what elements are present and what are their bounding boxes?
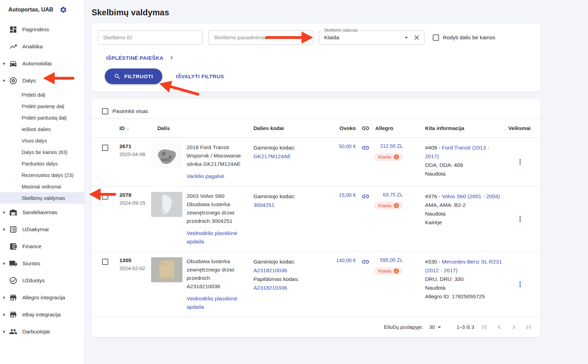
additional-code-link[interactable]: A2318210336 (253, 283, 331, 292)
sidebar-item-sandeliavimas[interactable]: Sandėliavimas (0, 204, 84, 221)
sidebar-subitem-masiniai-veiksmai[interactable]: Masiniai veiksmai (0, 181, 84, 192)
link-icon[interactable] (361, 258, 370, 266)
sidebar-subitem-prideti-dali[interactable]: Pridėti dalį (0, 89, 84, 100)
sidebar-item-finance[interactable]: Finance (0, 238, 84, 255)
rows-per-page-select[interactable]: 30 (429, 324, 443, 330)
allegro-price: 212,50 ZL (373, 143, 403, 149)
sidebar-item-label: Sandėliavimas (22, 209, 57, 216)
row-date: 2024-02-02 (119, 266, 146, 271)
expand-caret-icon (3, 330, 9, 333)
checkbox-unchecked-icon[interactable] (433, 34, 439, 41)
advanced-search-link[interactable]: IŠPLĖSTINĖ PAIEŠKA (106, 54, 175, 61)
info-line: DDA, DDA: 409 (425, 161, 503, 169)
column-header-id[interactable]: ID ↓ (114, 125, 146, 131)
status-badge-klaida[interactable]: Klaida (374, 153, 403, 161)
part-category-link[interactable]: Veidrodėlio plastikinė apdaila (187, 294, 242, 311)
sidebar-subitem-skelbimu-valdymas[interactable]: Skelbimų valdymas (0, 192, 84, 204)
sidebar-subitem-rezervuotos-dalys[interactable]: Rezervuotos dalys (23) (0, 169, 84, 181)
part-title: 2018 Ford Transit Wspornik / Mocowanie s… (187, 143, 242, 168)
part-thumbnail[interactable] (151, 257, 182, 282)
info-line: Allegro ID: 17825055725 (425, 292, 503, 301)
check-circle-icon (9, 276, 17, 285)
wallet-icon (9, 242, 17, 251)
sidebar-item-label: Allegro integracija (22, 294, 65, 301)
clear-filters-button[interactable]: IŠVALYTI FILTRUS (176, 73, 224, 79)
sidebar-item-label: Automobiliai (22, 60, 52, 67)
manufacturer-code-link[interactable]: A2318210036 (253, 266, 331, 275)
manufacturer-code-link[interactable]: GK217M124AE (253, 152, 331, 161)
sidebar-subitem-prideti-paviene-dali[interactable]: Pridėti pavienę dalį (0, 100, 84, 112)
advanced-search-label: IŠPLĖSTINĖ PAIEŠKA (106, 55, 163, 61)
table-row: 2078 2024-09-15 2003 Volvo S60 Obudowa l… (92, 186, 540, 252)
filters-panel: Skelbimo statusas Klaida Rodyti dalis be… (92, 23, 540, 92)
part-category-link[interactable]: Variklio pagalvė (187, 172, 224, 180)
row-checkbox[interactable] (102, 145, 108, 151)
link-icon[interactable] (361, 144, 370, 152)
listing-name-input[interactable] (209, 30, 314, 45)
expand-caret-icon (3, 228, 9, 231)
sidebar-item-siuntos[interactable]: Siuntos (0, 255, 84, 272)
dalys-submenu: Pridėti dalį Pridėti pavienę dalį Pridėt… (0, 89, 84, 204)
sidebar-item-analitika[interactable]: Analitika (0, 38, 84, 55)
filter-button-label: FILTRUOTI (124, 73, 153, 79)
code-label: Papildomas kodas: (253, 275, 331, 283)
status-badge-label: Klaida (378, 154, 391, 160)
sidebar-subitem-prideti-parduota-dali[interactable]: Pridėti parduotą dalį (0, 112, 84, 123)
clear-status-icon[interactable] (413, 34, 421, 41)
sidebar-item-dalys[interactable]: Dalys (0, 72, 84, 89)
table-header-row: ID ↓ Dalis Dalies kodai Ovoko Allegro Ki… (92, 119, 540, 138)
ovoko-price: 140,00 € (336, 258, 356, 263)
status-badge-klaida[interactable]: Klaida (374, 267, 403, 275)
sidebar-item-automobiliai[interactable]: Automobiliai (0, 55, 84, 72)
more-actions-button[interactable] (516, 158, 524, 166)
dashboard-icon (9, 25, 17, 34)
link-icon (361, 124, 370, 132)
part-thumbnail[interactable] (151, 192, 182, 217)
vehicle-link[interactable]: Volvo S60 (2001 - 2004) (442, 193, 500, 199)
sidebar-item-label: Užduotys (22, 277, 45, 284)
info-line: Naudota (425, 209, 503, 218)
row-checkbox[interactable] (102, 193, 108, 200)
next-page-button[interactable] (510, 323, 518, 331)
sidebar-item-uzduotys[interactable]: Užduotys (0, 272, 84, 289)
sidebar-subitem-parduotos-dalys[interactable]: Parduotos dalys (0, 158, 84, 169)
info-ref: #330 - (425, 259, 440, 265)
part-thumbnail[interactable] (151, 143, 182, 168)
sidebar-subitem-ieskoti-dalies[interactable]: Ieškoti dalies (0, 123, 84, 135)
code-label: Gamintojo kodas: (253, 143, 331, 152)
info-line: Naudota (425, 283, 503, 292)
code-label: Gamintojo kodas: (253, 192, 331, 201)
more-actions-button[interactable] (516, 215, 524, 223)
sidebar-item-allegro-integracija[interactable]: Allegro integracija (0, 289, 84, 306)
info-line: Naudota (425, 169, 503, 178)
analytics-icon (9, 42, 17, 51)
expand-caret-icon (3, 79, 9, 82)
more-actions-button[interactable] (516, 280, 524, 289)
previous-page-button[interactable] (495, 323, 503, 331)
last-page-button[interactable] (524, 323, 533, 331)
sidebar-item-ebay-integracija[interactable]: eBay integracija (0, 306, 84, 323)
row-checkbox[interactable] (102, 259, 108, 265)
listing-id-input[interactable] (98, 30, 203, 45)
first-page-button[interactable] (480, 323, 489, 331)
sidebar-item-label: Dalys (22, 78, 36, 84)
sidebar-item-darbuotojai[interactable]: Darbuotojai (0, 323, 84, 340)
sidebar-item-pagrindinis[interactable]: Pagrindinis (0, 21, 84, 38)
listing-status-select[interactable]: Skelbimo statusas Klaida (319, 30, 424, 45)
show-without-price-checkbox-group[interactable]: Rodyti dalis be kainos (433, 34, 495, 41)
part-category-link[interactable]: Veidrodėlio plastikinė apdaila (187, 229, 242, 246)
row-date: 2025-04-08 (119, 152, 146, 157)
sidebar-subitem-dalys-be-kainos[interactable]: Dalys be kainos (63) (0, 146, 84, 158)
link-icon[interactable] (361, 192, 370, 201)
filter-button[interactable]: FILTRUOTI (105, 68, 162, 84)
sidebar-subitem-visos-dalys[interactable]: Visos dalys (0, 135, 84, 146)
table-row: 2671 2025-04-08 2018 Ford Transit Wsporn… (92, 138, 540, 186)
status-badge-klaida[interactable]: Klaida (374, 202, 403, 210)
status-badge-label: Klaida (378, 268, 391, 274)
sidebar-item-uzsakymai[interactable]: Užsakymai (0, 221, 84, 238)
manufacturer-code-link[interactable]: 3004251 (253, 201, 331, 209)
sidebar-item-label: Finance (22, 243, 41, 250)
select-all-checkbox[interactable] (102, 108, 108, 114)
row-date: 2024-09-15 (119, 200, 146, 206)
settings-gear-icon[interactable] (60, 6, 67, 14)
